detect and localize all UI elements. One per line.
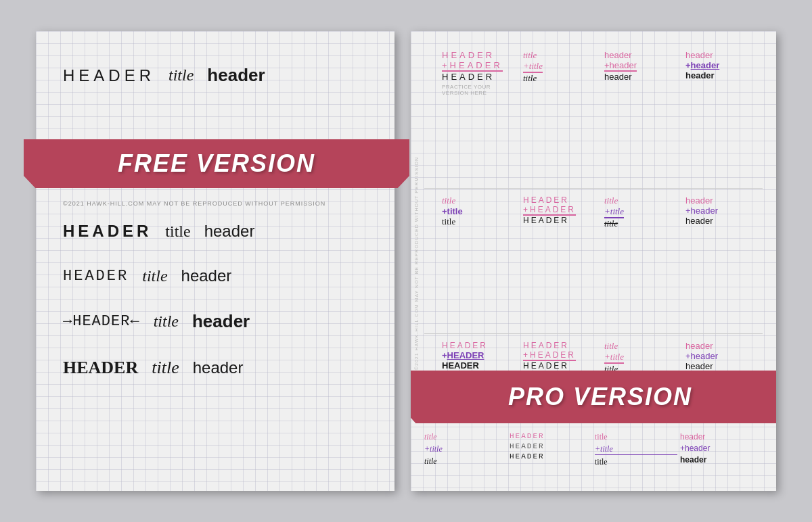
bc1r1: title — [424, 432, 507, 442]
title-text-r1c2: title — [168, 66, 194, 85]
s3c2r1: HEADER — [523, 341, 569, 350]
pro-version-label: PRO VERSION — [508, 383, 692, 411]
s2c3r2: +title — [604, 206, 624, 218]
bc2r1: HEADER — [510, 432, 592, 440]
bc4r2: +header — [680, 444, 763, 453]
header-text-r3c3: header — [204, 222, 255, 241]
header-text-r4c1: HEADER — [63, 268, 129, 285]
s2c3r3: title — [604, 218, 618, 229]
pro-section-1: HEADER +HEADER HEADER PRACTICE YOUR VERS… — [424, 43, 763, 189]
bc1r2: +title — [424, 444, 507, 454]
practice-label: PRACTICE YOUR VERSION HERE — [442, 84, 515, 96]
s1c3r3: header — [604, 72, 631, 82]
bottom-col-1: title +title title — [424, 432, 507, 485]
s3c1r1: HEADER — [442, 341, 488, 350]
s1c4r1: header — [685, 50, 713, 60]
free-version-banner: FREE VERSION — [24, 139, 409, 188]
s2c1r1: title — [442, 195, 455, 206]
font-row-4: HEADER title header — [63, 257, 367, 295]
s2c1r3: title — [442, 216, 455, 227]
s2c3r1: title — [604, 195, 618, 206]
s1c2r2: +title — [523, 61, 543, 73]
title-text-r3c2: title — [165, 222, 190, 241]
pro-s2-col1: title +title title — [438, 193, 519, 331]
bc4r1: header — [680, 432, 763, 442]
pro-s2-col2: HEADER +HEADER HEADER — [519, 193, 600, 331]
s3c4r1: header — [685, 341, 713, 351]
pro-s1-col1: HEADER +HEADER HEADER PRACTICE YOUR VERS… — [438, 47, 519, 185]
header-text-r1c1: HEADER — [63, 66, 155, 85]
font-row-6: HEADER title header — [63, 348, 367, 387]
free-version-label: FREE VERSION — [118, 149, 315, 178]
title-text-r6c2: title — [152, 358, 179, 378]
header-text-r6c1: HEADER — [63, 358, 138, 378]
header-text-r5c3: header — [192, 311, 250, 332]
bc3r3: title — [595, 457, 677, 467]
s1c2r3: title — [523, 73, 537, 84]
s1c1r1: HEADER — [442, 50, 495, 60]
pro-s1-col3: header +header header — [600, 47, 681, 185]
pro-s2-col3: title +title title — [600, 193, 681, 331]
font-row-5: →HEADER← title header — [63, 302, 367, 341]
s3c1r3: HEADER — [442, 360, 479, 371]
bottom-col-2: HEADER HEADER HEADER — [510, 432, 592, 485]
s3c1r2: +HEADER — [442, 350, 484, 360]
bc3r2: +title — [595, 444, 677, 455]
s3c3r1: title — [604, 341, 618, 352]
s2c2r2: +HEADER — [523, 205, 576, 216]
s1c4r3: header — [685, 70, 715, 80]
s2c4r3: header — [685, 216, 713, 226]
s2c4r1: header — [685, 195, 713, 206]
bc4r3: header — [680, 455, 763, 465]
bottom-col-4: header +header header — [680, 432, 763, 485]
s3c4r3: header — [685, 361, 713, 371]
pro-section-2: title +title title HEADER +HEADER HEADER… — [424, 189, 763, 334]
pro-version-banner: PRO VERSION — [411, 371, 776, 423]
s2c1r2: +title — [442, 206, 463, 216]
right-copyright: ©2021 HAWK-HILL.COM MAY NOT BE REPRODUCE… — [414, 157, 419, 370]
s2c2r3: HEADER — [523, 216, 569, 225]
s3c2r2: +HEADER — [523, 350, 576, 361]
s3c4r2: +header — [685, 351, 718, 361]
s1c4r2: +header — [685, 60, 719, 70]
header-text-r4c3: header — [181, 266, 232, 285]
title-text-r5c2: title — [154, 312, 179, 331]
s1c1r2: +HEADER — [442, 60, 503, 72]
main-container: FREE VERSION HEADER title header HEADER … — [16, 11, 796, 511]
copyright-text: ©2021 HAWK-HILL.COM MAY NOT BE REPRODUCE… — [63, 200, 367, 207]
bottom-col-3: title +title title — [595, 432, 677, 485]
font-row-1: HEADER title header — [63, 51, 367, 97]
s2c2r1: HEADER — [523, 195, 569, 205]
s1c3r1: header — [604, 50, 631, 60]
bc2r3: HEADER — [510, 452, 592, 460]
header-text-r3c1: HEADER — [63, 222, 152, 241]
s1c3r2: +header — [604, 60, 637, 72]
bc3r1: title — [595, 432, 677, 442]
bc1r3: title — [424, 456, 507, 467]
header-text-r6c3: header — [193, 358, 244, 377]
header-text-r5c1: →HEADER← — [63, 313, 140, 330]
left-panel: FREE VERSION HEADER title header HEADER … — [36, 31, 394, 491]
title-text-r4c2: title — [142, 267, 167, 285]
pro-s1-col4: header +header header — [681, 47, 763, 185]
right-panel: ©2021 HAWK-HILL.COM MAY NOT BE REPRODUCE… — [411, 31, 776, 491]
s1c2r1: title — [523, 50, 537, 61]
s1c1r3: HEADER — [442, 72, 495, 82]
s2c4r2: +header — [685, 206, 718, 216]
pro-s2-col4: header +header header — [681, 193, 763, 331]
font-row-3: HEADER title header — [63, 212, 367, 250]
header-text-r1c3: header — [207, 65, 265, 86]
pro-s1-col2: title +title title — [519, 47, 600, 185]
bc2r2: HEADER — [510, 442, 592, 450]
pro-bottom-section: title +title title HEADER HEADER HEADER … — [411, 427, 776, 491]
s3c3r2: +title — [604, 352, 624, 364]
s3c2r3: HEADER — [523, 361, 569, 371]
